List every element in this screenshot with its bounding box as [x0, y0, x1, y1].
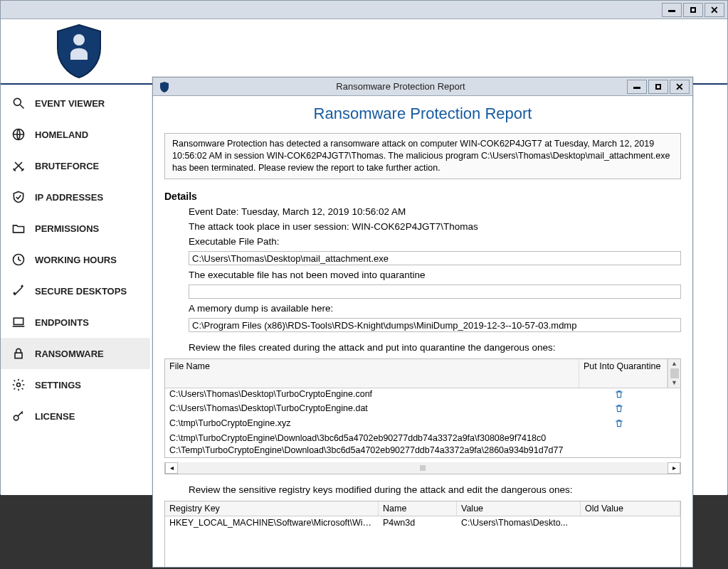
report-titlebar: Ransomware Protection Report ✕ — [153, 78, 692, 96]
laptop-icon — [11, 315, 26, 329]
shield-icon — [159, 81, 170, 92]
sidebar-item-label: ENDPOINTS — [35, 317, 89, 328]
registry-key-cell: HKEY_LOCAL_MACHINE\Software\Microsoft\Wi… — [165, 516, 379, 531]
svg-line-4 — [14, 162, 22, 171]
quarantine-status: The executable file has not been moved i… — [189, 270, 681, 280]
sidebar-item-label: HOMELAND — [35, 129, 88, 140]
app-header — [1, 19, 727, 85]
main-minimize-button[interactable] — [662, 3, 682, 17]
quarantine-cell[interactable] — [575, 389, 663, 403]
swords-icon — [11, 159, 26, 173]
quarantine-cell[interactable] — [575, 403, 663, 417]
report-close-button[interactable]: ✕ — [670, 80, 690, 94]
file-row[interactable]: C:\tmp\TurboCryptoEngine\Download\3bc6d5… — [165, 432, 668, 445]
registry-column-name[interactable]: Name — [379, 501, 457, 516]
app-logo-shield-icon — [51, 21, 107, 82]
report-summary: Ransomware Protection has detected a ran… — [164, 133, 681, 179]
scroll-down-icon: ▼ — [671, 380, 677, 386]
registry-review-label: Review the sensitive registry keys modif… — [189, 484, 681, 495]
registry-grid: Registry Key Name Value Old Value HKEY_L… — [164, 501, 681, 567]
file-path-cell: C:\Users\Thomas\Desktop\TurboCryptoEngin… — [169, 403, 575, 417]
trash-icon[interactable] — [614, 418, 624, 432]
registry-row[interactable]: HKEY_LOCAL_MACHINE\Software\Microsoft\Wi… — [165, 516, 680, 531]
registry-name-cell: P4wn3d — [379, 516, 457, 531]
memdump-label: A memory dump is available here: — [189, 303, 681, 314]
file-row[interactable]: C:\Users\Thomas\Desktop\TurboCryptoEngin… — [165, 388, 668, 403]
files-horizontal-scrollbar[interactable]: ◂ ▸ — [164, 462, 681, 474]
files-grid: File Name Put Into Quarantine ▲ ▼ C:\Use… — [164, 358, 681, 458]
memdump-path-field[interactable]: C:\Program Files (x86)\RDS-Tools\RDS-Kni… — [189, 318, 681, 332]
sidebar-item-endpoints[interactable]: ENDPOINTS — [1, 307, 150, 338]
wand-icon — [11, 284, 26, 298]
report-heading: Ransomware Protection Report — [164, 105, 681, 123]
report-minimize-button[interactable] — [627, 80, 647, 94]
svg-point-11 — [17, 383, 21, 387]
main-titlebar: ✕ — [1, 1, 727, 19]
file-row[interactable]: C:\Users\Thomas\Desktop\TurboCryptoEngin… — [165, 403, 668, 418]
svg-rect-10 — [15, 353, 22, 358]
file-path-cell: C:\Temp\TurboCryptoEngine\Download\3bc6d… — [169, 445, 575, 457]
gear-icon — [11, 378, 26, 392]
svg-line-5 — [15, 162, 23, 171]
registry-column-old[interactable]: Old Value — [581, 501, 680, 516]
sidebar-item-settings[interactable]: SETTINGS — [1, 369, 150, 400]
svg-point-1 — [14, 98, 21, 105]
sidebar-item-permissions[interactable]: PERMISSIONS — [1, 213, 150, 244]
sidebar-item-label: WORKING HOURS — [35, 255, 117, 265]
sidebar-item-ransomware[interactable]: RANSOMWARE — [1, 338, 150, 369]
registry-value-cell: C:\Users\Thomas\Deskto... — [457, 516, 581, 531]
sidebar-item-bruteforce[interactable]: BRUTEFORCE — [1, 150, 150, 181]
sidebar-item-working-hours[interactable]: WORKING HOURS — [1, 244, 150, 275]
registry-column-value[interactable]: Value — [457, 501, 581, 516]
svg-point-12 — [14, 415, 19, 420]
sidebar-item-event-viewer[interactable]: EVENT VIEWER — [1, 87, 150, 119]
files-column-filename[interactable]: File Name — [165, 359, 579, 388]
search-icon — [11, 96, 26, 110]
svg-rect-9 — [14, 318, 23, 324]
sidebar-item-label: PERMISSIONS — [35, 223, 99, 234]
sidebar-item-homeland[interactable]: HOMELAND — [1, 119, 150, 150]
sidebar-item-label: EVENT VIEWER — [35, 98, 105, 109]
folder-icon — [11, 221, 26, 235]
quarantine-path-field[interactable] — [189, 284, 681, 299]
svg-line-2 — [21, 105, 24, 109]
sidebar-item-label: BRUTEFORCE — [35, 161, 99, 171]
scroll-left-icon: ◂ — [165, 462, 178, 474]
exe-path-field[interactable]: C:\Users\Thomas\Desktop\mail_attachment.… — [189, 251, 681, 265]
session-line: The attack took place in user session: W… — [189, 221, 681, 232]
globe-icon — [11, 127, 26, 142]
report-window-title: Ransomware Protection Report — [176, 81, 626, 92]
report-maximize-button[interactable] — [648, 80, 668, 94]
sidebar-item-ip-addresses[interactable]: IP ADDRESSES — [1, 181, 150, 213]
details-label: Details — [164, 191, 681, 202]
files-column-quarantine[interactable]: Put Into Quarantine — [579, 359, 668, 388]
file-row[interactable]: C:\Temp\TurboCryptoEngine\Download\3bc6d… — [165, 445, 668, 457]
quarantine-cell[interactable] — [575, 418, 663, 432]
quarantine-cell — [575, 433, 663, 445]
sidebar-item-label: SECURE DESKTOPS — [35, 286, 127, 297]
trash-icon[interactable] — [614, 389, 624, 403]
sidebar: EVENT VIEWER HOMELAND BRUTEFORCE — [1, 85, 150, 495]
file-row[interactable]: C:\tmp\TurboCryptoEngine.xyz — [165, 418, 668, 432]
sidebar-item-label: IP ADDRESSES — [35, 192, 103, 203]
files-vertical-scrollbar[interactable]: ▲ ▼ — [668, 359, 680, 388]
file-path-cell: C:\tmp\TurboCryptoEngine\Download\3bc6d5… — [169, 433, 575, 445]
event-date-line: Event Date: Tuesday, March 12, 2019 10:5… — [189, 206, 681, 217]
sidebar-item-label: LICENSE — [35, 411, 75, 422]
lock-icon — [11, 346, 26, 361]
sidebar-item-license[interactable]: LICENSE — [1, 400, 150, 432]
main-maximize-button[interactable] — [683, 3, 703, 17]
sidebar-item-label: SETTINGS — [35, 380, 81, 390]
scroll-up-icon: ▲ — [671, 361, 677, 367]
registry-column-key[interactable]: Registry Key — [165, 501, 379, 516]
report-window: Ransomware Protection Report ✕ Ransomwar… — [152, 77, 693, 568]
key-icon — [11, 409, 26, 423]
trash-icon[interactable] — [614, 403, 624, 417]
scroll-right-icon: ▸ — [668, 462, 680, 474]
quarantine-cell — [575, 445, 663, 457]
sidebar-item-secure-desktops[interactable]: SECURE DESKTOPS — [1, 275, 150, 307]
clock-icon — [11, 252, 26, 267]
main-close-button[interactable]: ✕ — [705, 3, 724, 17]
file-path-cell: C:\tmp\TurboCryptoEngine.xyz — [169, 418, 575, 432]
sidebar-item-label: RANSOMWARE — [35, 349, 104, 359]
